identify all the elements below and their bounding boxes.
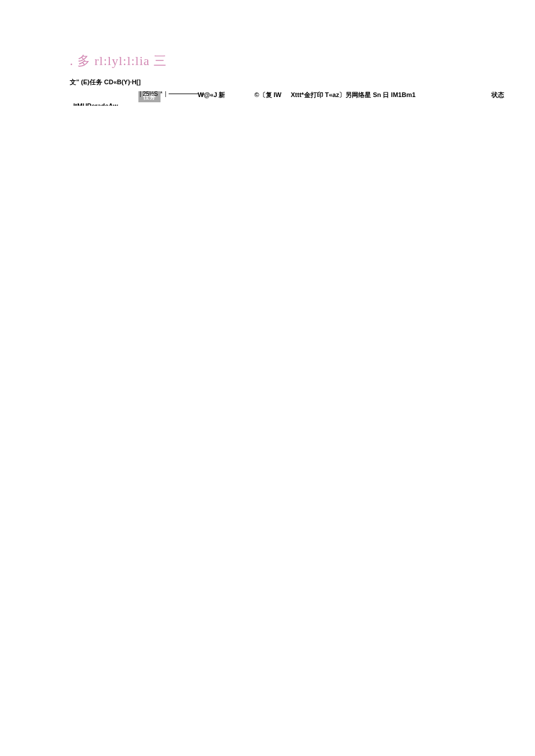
- brand-row: . 多 rl:lyl:l:lia 三: [70, 52, 535, 70]
- zoom-slider[interactable]: | 25½S * | »: [140, 91, 205, 97]
- top-header-labels: W@«J 新 ©〔复 IW Xttt*金打印 T«az〕另网络星 Sn 日 IM…: [198, 91, 504, 99]
- col-status: 状态: [491, 91, 504, 99]
- zoom-low: | 25½S: [140, 91, 158, 97]
- slider-track[interactable]: [169, 94, 199, 94]
- slider-handle-left[interactable]: *: [160, 91, 163, 97]
- sidebar-header: ItMUPeradeAw: [73, 102, 149, 106]
- col-new: W@«J 新: [198, 91, 225, 99]
- col-print: Xttt*金打印 T«az〕另网络星 Sn 日 IM1Bm1: [291, 91, 416, 99]
- col-reply: ©〔复 IW: [254, 91, 281, 99]
- sidebar: ItMUPeradeAw OJ 更新文 W(U)心更版冷美的文件®3 打收你 B…: [73, 102, 149, 106]
- menu-bar[interactable]: 文" (E)任务 CD«B(Y)·H[]: [70, 78, 535, 87]
